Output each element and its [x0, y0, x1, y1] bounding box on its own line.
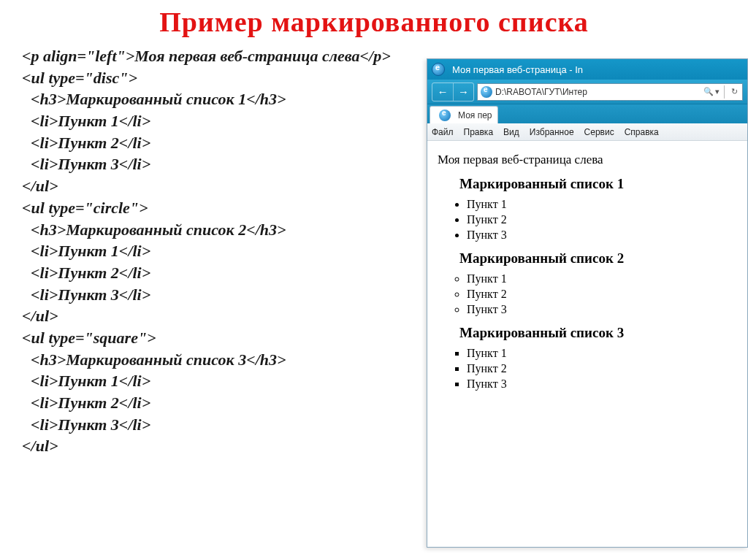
code-line: <li>Пункт 2</li>: [22, 132, 394, 154]
code-line: <ul type="circle">: [22, 197, 394, 219]
code-line: <li>Пункт 3</li>: [22, 153, 394, 175]
back-button[interactable]: ←: [432, 83, 453, 101]
browser-window: Моя первая веб-страница - In ← → D:\RABO…: [427, 58, 748, 548]
code-line: <li>Пункт 2</li>: [22, 262, 394, 284]
dropdown-icon[interactable]: ▾: [715, 87, 720, 96]
list-item: Пункт 3: [467, 229, 737, 242]
ie-logo-icon: [432, 63, 445, 76]
menu-fav[interactable]: Избранное: [530, 127, 574, 137]
page-intro: Моя первая веб-страница слева: [438, 153, 737, 167]
page-icon: [481, 86, 492, 98]
menu-view[interactable]: Вид: [503, 127, 519, 137]
code-line: <ul type="disc">: [22, 67, 394, 89]
list-item: Пункт 2: [467, 362, 737, 375]
code-listing: <p align="left">Моя первая веб-страница …: [22, 45, 394, 457]
list-item: Пункт 3: [467, 377, 737, 391]
menu-help[interactable]: Справка: [625, 127, 659, 137]
list-heading-2: Маркированный список 2: [459, 250, 737, 266]
tab-favicon-icon: [439, 110, 451, 121]
code-line: <li>Пункт 2</li>: [22, 392, 394, 414]
tab-strip: Моя пер: [427, 104, 747, 123]
code-line: </ul>: [22, 175, 394, 197]
code-line: <li>Пункт 3</li>: [22, 284, 394, 306]
code-line: </ul>: [22, 435, 394, 457]
code-line: <li>Пункт 1</li>: [22, 370, 394, 392]
code-line: <h3>Маркированный список 3</h3>: [22, 349, 394, 371]
list-item: Пункт 1: [467, 347, 737, 360]
list-heading-3: Маркированный список 3: [459, 325, 737, 341]
nav-btn-group: ← →: [432, 83, 474, 101]
list-item: Пункт 2: [467, 213, 737, 226]
address-text: D:\RABOTA\ГУТ\Интер: [495, 87, 701, 97]
code-line: <li>Пункт 1</li>: [22, 110, 394, 132]
page-body: Моя первая веб-страница слева Маркирован…: [427, 141, 747, 402]
list-item: Пункт 2: [467, 288, 737, 301]
code-line: <h3>Маркированный список 1</h3>: [22, 88, 394, 110]
address-tools: 🔍 ▾ ↻: [701, 85, 742, 99]
code-line: <p align="left">Моя первая веб-страница …: [22, 45, 394, 67]
browser-navbar: ← → D:\RABOTA\ГУТ\Интер 🔍 ▾ ↻: [427, 80, 747, 104]
list-2: Пункт 1 Пункт 2 Пункт 3: [451, 272, 737, 316]
list-3: Пункт 1 Пункт 2 Пункт 3: [451, 347, 737, 391]
list-1: Пункт 1 Пункт 2 Пункт 3: [451, 198, 737, 242]
code-line: <li>Пункт 1</li>: [22, 240, 394, 262]
separator: [724, 85, 725, 99]
list-item: Пункт 1: [467, 198, 737, 211]
tab-label: Моя пер: [458, 110, 492, 120]
menu-bar: Файл Правка Вид Избранное Сервис Справка: [427, 123, 747, 141]
list-item: Пункт 1: [467, 272, 737, 285]
code-line: <li>Пункт 3</li>: [22, 414, 394, 436]
menu-service[interactable]: Сервис: [584, 127, 614, 137]
code-line: <ul type="square">: [22, 327, 394, 349]
menu-edit[interactable]: Правка: [464, 127, 494, 137]
list-heading-1: Маркированный список 1: [459, 176, 737, 192]
refresh-icon[interactable]: ↻: [729, 87, 739, 96]
browser-tab[interactable]: Моя пер: [430, 106, 498, 123]
browser-titlebar: Моя первая веб-страница - In: [427, 59, 747, 80]
slide-title: Пример маркированного списка: [0, 0, 748, 41]
window-title: Моя первая веб-страница - In: [452, 64, 583, 75]
list-item: Пункт 3: [467, 303, 737, 316]
forward-button[interactable]: →: [453, 83, 473, 101]
address-bar[interactable]: D:\RABOTA\ГУТ\Интер 🔍 ▾ ↻: [477, 83, 743, 101]
search-icon[interactable]: 🔍: [703, 87, 714, 96]
menu-file[interactable]: Файл: [432, 127, 454, 137]
code-line: </ul>: [22, 305, 394, 327]
code-line: <h3>Маркированный список 2</h3>: [22, 219, 394, 241]
